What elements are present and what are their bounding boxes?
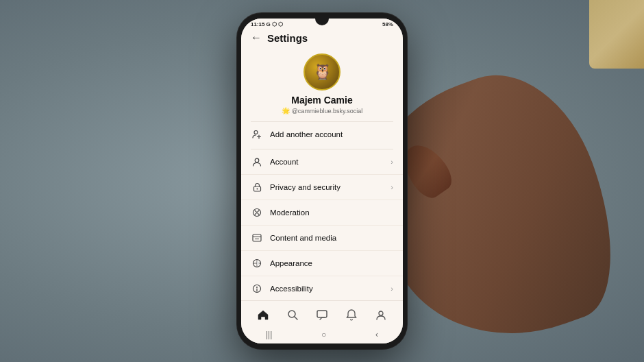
add-account-row[interactable]: Add another account bbox=[241, 122, 403, 149]
phone-screen: 11:15 G ⬡ ⬡ 58% ← Settings 🦉 Majem Camie… bbox=[241, 19, 403, 343]
privacy-icon bbox=[251, 181, 263, 193]
nav-search[interactable] bbox=[283, 305, 302, 324]
profile-handle-row: 🌟 @cammieblue.bsky.social bbox=[282, 107, 363, 114]
menu-item-appearance[interactable]: Appearance bbox=[241, 251, 403, 276]
add-account-icon bbox=[251, 128, 263, 141]
svg-rect-7 bbox=[253, 234, 261, 241]
status-right: 58% bbox=[382, 21, 393, 27]
profile-sun-emoji: 🌟 bbox=[282, 107, 290, 114]
svg-line-20 bbox=[295, 317, 297, 319]
menu-item-accessibility[interactable]: Accessibility › bbox=[241, 276, 403, 300]
menu-item-content-media[interactable]: Content and media bbox=[241, 226, 403, 251]
menu-label-appearance: Appearance bbox=[270, 259, 393, 267]
nav-notifications[interactable] bbox=[342, 305, 361, 324]
bottom-nav bbox=[241, 300, 403, 327]
profile-section: 🦉 Majem Camie 🌟 @cammieblue.bsky.social bbox=[241, 48, 403, 121]
svg-point-22 bbox=[379, 311, 383, 315]
svg-point-3 bbox=[255, 158, 259, 162]
profile-name: Majem Camie bbox=[291, 95, 352, 106]
menu-item-account[interactable]: Account › bbox=[241, 149, 403, 175]
nav-chat[interactable] bbox=[312, 305, 332, 324]
svg-point-5 bbox=[256, 189, 258, 190]
appearance-icon bbox=[251, 257, 263, 269]
menu-label-privacy: Privacy and security bbox=[270, 183, 391, 191]
nav-home[interactable] bbox=[253, 305, 273, 324]
phone-frame: 11:15 G ⬡ ⬡ 58% ← Settings 🦉 Majem Camie… bbox=[237, 13, 407, 349]
top-bar: ← Settings bbox=[241, 29, 403, 48]
content-icon bbox=[251, 232, 263, 244]
status-signal: G ⬡ ⬡ bbox=[266, 21, 283, 27]
svg-rect-21 bbox=[317, 311, 327, 317]
corner-decoration bbox=[589, 0, 644, 69]
back-button[interactable]: ← bbox=[251, 32, 262, 44]
page-title: Settings bbox=[267, 32, 308, 44]
menu-label-accessibility: Accessibility bbox=[270, 285, 391, 293]
system-nav: ||| ○ ‹ bbox=[241, 327, 403, 343]
avatar: 🦉 bbox=[304, 53, 340, 90]
sys-nav-menu[interactable]: ||| bbox=[266, 330, 272, 339]
status-time: 11:15 bbox=[251, 21, 264, 27]
status-left: 11:15 G ⬡ ⬡ bbox=[251, 21, 283, 27]
moderation-icon bbox=[251, 206, 263, 219]
menu-label-content: Content and media bbox=[270, 234, 393, 242]
chevron-privacy: › bbox=[391, 183, 393, 191]
menu-label-moderation: Moderation bbox=[270, 208, 393, 217]
svg-point-0 bbox=[254, 131, 258, 134]
menu-item-privacy-security[interactable]: Privacy and security › bbox=[241, 175, 403, 200]
sys-nav-home[interactable]: ○ bbox=[321, 330, 326, 339]
add-account-label: Add another account bbox=[270, 130, 343, 138]
sys-nav-back[interactable]: ‹ bbox=[375, 330, 378, 339]
menu-item-moderation[interactable]: Moderation bbox=[241, 200, 403, 226]
chevron-account: › bbox=[391, 158, 393, 166]
accessibility-icon bbox=[251, 282, 263, 295]
svg-point-12 bbox=[256, 287, 258, 288]
menu-label-account: Account bbox=[270, 158, 391, 166]
profile-handle: @cammieblue.bsky.social bbox=[292, 108, 363, 114]
account-icon bbox=[251, 156, 263, 168]
nav-profile[interactable] bbox=[371, 305, 391, 324]
avatar-emoji: 🦉 bbox=[313, 63, 332, 81]
menu-list: Account › Privacy and security › bbox=[241, 149, 403, 300]
chevron-accessibility: › bbox=[391, 285, 393, 293]
status-battery: 58% bbox=[382, 21, 393, 27]
